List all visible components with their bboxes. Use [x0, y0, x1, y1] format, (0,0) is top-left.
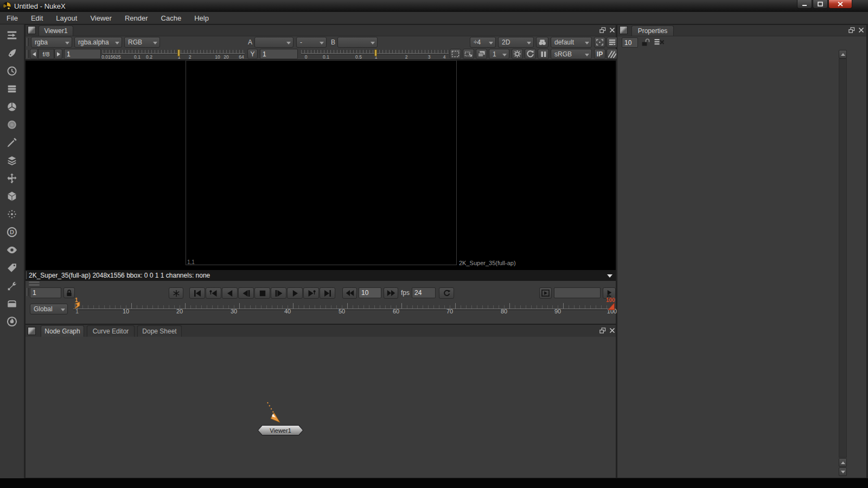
color-icon[interactable] — [5, 101, 19, 113]
channel-icon[interactable] — [5, 83, 19, 95]
other-icon[interactable] — [5, 298, 19, 310]
gamma-input[interactable] — [260, 49, 298, 59]
max-panels-input[interactable] — [622, 37, 638, 48]
playback-grip[interactable] — [27, 288, 29, 296]
menu-help[interactable]: Help — [188, 12, 215, 24]
pane-menu-icon[interactable] — [28, 26, 36, 34]
jump-back-button[interactable] — [342, 287, 357, 299]
current-frame-input[interactable] — [30, 287, 61, 298]
pane-menu-icon[interactable] — [620, 26, 628, 34]
pause-icon[interactable] — [538, 49, 549, 59]
layer-dropdown[interactable]: rgba — [31, 37, 72, 48]
clear-all-panels-icon[interactable] — [654, 38, 666, 48]
gain-slider-handle[interactable] — [177, 49, 180, 56]
toolsets-icon[interactable] — [5, 280, 19, 292]
pane-menu-icon[interactable] — [28, 327, 36, 335]
close-button[interactable] — [828, 0, 852, 9]
refresh-icon[interactable] — [525, 49, 536, 59]
tab-curve-editor[interactable]: Curve Editor — [87, 325, 135, 337]
frame-range-dropdown[interactable]: Global — [30, 304, 68, 314]
3d-icon[interactable] — [5, 190, 19, 202]
viewer-colorspace-dropdown[interactable]: sRGB — [551, 49, 592, 59]
metadata-icon[interactable] — [5, 262, 19, 274]
frame-lock-icon[interactable] — [63, 287, 75, 298]
viewer-canvas[interactable]: 1,1 2K_Super_35(full-ap) — [25, 60, 616, 269]
alpha-layer-dropdown[interactable]: rgba.alpha — [74, 37, 122, 48]
step-back-button[interactable] — [238, 287, 254, 299]
transform-icon[interactable] — [5, 172, 19, 184]
maximize-button[interactable] — [813, 0, 828, 9]
close-pane-icon[interactable] — [608, 327, 616, 334]
draw-icon[interactable] — [5, 47, 19, 59]
viewer1-node[interactable]: Viewer1 — [258, 425, 303, 435]
float-pane-icon[interactable] — [847, 27, 856, 34]
tab-dope-sheet[interactable]: Dope Sheet — [137, 325, 182, 337]
downrez-dropdown[interactable]: ÷4 — [470, 37, 496, 48]
input-number-dropdown[interactable]: 1 — [489, 49, 509, 59]
stereo-icon[interactable] — [536, 37, 548, 48]
flipbook-frames-input[interactable] — [554, 287, 601, 298]
particles-icon[interactable] — [5, 208, 19, 220]
statusbar-grip[interactable] — [26, 271, 28, 279]
roi-icon[interactable] — [463, 49, 474, 59]
update-gear-icon[interactable] — [512, 49, 523, 59]
collapse-handle[interactable] — [29, 284, 40, 286]
menu-render[interactable]: Render — [118, 12, 155, 24]
gain-slider[interactable]: 0.015625 0.1 0.2 1 2 10 20 64 — [103, 49, 245, 59]
lock-panels-icon[interactable] — [641, 38, 651, 48]
next-keyframe-button[interactable] — [303, 287, 319, 299]
menu-layout[interactable]: Layout — [49, 12, 84, 24]
stereo-view-dropdown[interactable]: default — [551, 37, 592, 48]
step-forward-button[interactable] — [271, 287, 286, 299]
plugins-icon[interactable] — [5, 316, 19, 328]
scrollbar-track[interactable] — [839, 59, 847, 458]
tab-node-graph[interactable]: Node Graph — [41, 325, 84, 337]
view-mode-dropdown[interactable]: 2D — [498, 37, 534, 48]
play-button[interactable] — [287, 287, 303, 299]
toolbar-grip[interactable] — [27, 50, 29, 58]
flipbook-button[interactable] — [539, 287, 552, 299]
input-process-button[interactable]: IP — [594, 49, 605, 59]
playhead-marker[interactable] — [73, 301, 82, 311]
stop-button[interactable] — [254, 287, 270, 299]
goto-end-button[interactable] — [320, 287, 335, 299]
gain-input[interactable] — [64, 49, 101, 59]
clipping-warning-icon[interactable] — [450, 49, 461, 59]
monitor-output-icon[interactable] — [476, 49, 487, 59]
close-pane-icon[interactable] — [608, 27, 616, 34]
float-pane-icon[interactable] — [598, 27, 607, 34]
float-pane-icon[interactable] — [598, 327, 607, 334]
scrollbar-up-button[interactable] — [839, 50, 847, 59]
jump-forward-button[interactable] — [384, 287, 398, 299]
fstop-increment-icon[interactable] — [54, 49, 62, 59]
menu-edit[interactable]: Edit — [24, 12, 49, 24]
gamma-slider-handle[interactable] — [374, 49, 377, 56]
scrollbar-up-button-2[interactable] — [839, 458, 847, 467]
previous-keyframe-button[interactable] — [206, 287, 221, 299]
views-icon[interactable] — [5, 244, 19, 256]
gamma-toggle-button[interactable]: Y — [247, 49, 258, 59]
menu-cache[interactable]: Cache — [155, 12, 188, 24]
status-dropdown-icon[interactable] — [607, 274, 612, 280]
menu-file[interactable]: File — [0, 12, 24, 24]
play-backward-button[interactable] — [222, 287, 238, 299]
time-icon[interactable] — [5, 65, 19, 77]
timeline[interactable]: 1 10 20 30 40 50 60 70 80 90 100 — [73, 301, 616, 317]
node-graph-canvas[interactable]: Viewer1 — [25, 337, 616, 478]
b-buffer-dropdown[interactable] — [337, 37, 378, 48]
toolbar-grip[interactable] — [27, 38, 29, 46]
layer-contact-sheet-icon[interactable] — [607, 37, 618, 48]
pause-update-button[interactable] — [169, 287, 183, 299]
merge-icon[interactable] — [5, 155, 19, 166]
display-channels-dropdown[interactable]: RGB — [124, 37, 160, 48]
fstop-decrement-icon[interactable] — [30, 49, 38, 59]
frame-increment-input[interactable] — [359, 287, 381, 298]
keyer-icon[interactable] — [5, 137, 19, 149]
ab-blend-dropdown[interactable]: - — [296, 37, 327, 48]
scrollbar-down-button[interactable] — [839, 467, 847, 476]
a-buffer-dropdown[interactable] — [254, 37, 293, 48]
deep-icon[interactable]: D — [5, 226, 19, 238]
loop-mode-button[interactable] — [439, 287, 454, 299]
proxy-toggle-icon[interactable] — [607, 49, 618, 59]
close-pane-icon[interactable] — [857, 27, 865, 34]
